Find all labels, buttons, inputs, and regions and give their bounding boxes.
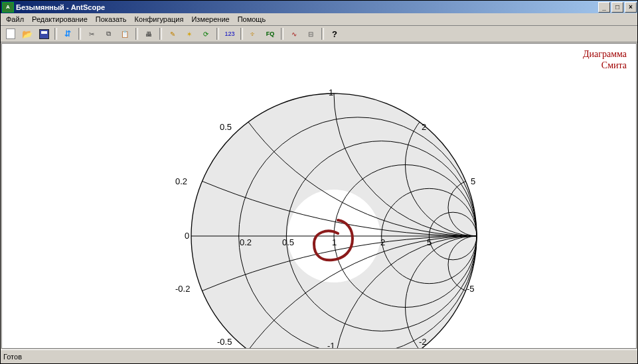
label-x02-bot: -0.2 (175, 284, 190, 294)
toolbar-separator (78, 28, 81, 40)
close-button[interactable]: × (625, 2, 637, 13)
save-button[interactable] (36, 27, 52, 42)
menu-config[interactable]: Конфигурация (131, 15, 188, 24)
wand-button[interactable]: ✎ (165, 27, 181, 42)
window-title: Безымянный - AntScope (16, 3, 597, 11)
t123-button[interactable]: 123 (222, 27, 238, 42)
smith-chart (2, 44, 636, 349)
menubar: Файл Редактирование Показать Конфигураци… (1, 13, 637, 26)
toolbar-separator (159, 28, 162, 40)
cut-button[interactable]: ✂ (84, 27, 100, 42)
new-icon (6, 29, 15, 39)
copy-button[interactable]: ⧉ (100, 27, 116, 42)
toolbar-separator (135, 28, 138, 40)
antenna-button[interactable]: ᯤ (246, 27, 262, 42)
label-r2: 2 (380, 237, 385, 247)
misc-icon: ⊟ (308, 30, 313, 38)
label-x5-top: 5 (471, 176, 475, 186)
label-r05: 0.5 (282, 237, 294, 247)
label-r5: 5 (427, 237, 432, 247)
fq-button[interactable]: FQ (262, 27, 278, 42)
menu-help[interactable]: Помощь (234, 15, 270, 24)
menu-file[interactable]: Файл (2, 15, 28, 24)
fq-icon: FQ (266, 30, 275, 37)
connect-button[interactable]: ⇵ (60, 27, 76, 42)
label-x1-top: 1 (329, 88, 333, 97)
open-button[interactable]: 📂 (19, 27, 35, 42)
label-x05-bot: -0.5 (217, 337, 232, 347)
open-icon: 📂 (22, 29, 33, 39)
toolbar-separator (240, 28, 243, 40)
print-icon: 🖶 (145, 30, 152, 38)
refresh-button[interactable]: ⟳ (198, 27, 214, 42)
label-r1: 1 (332, 237, 337, 247)
window-buttons: _ □ × (597, 2, 637, 13)
misc-button[interactable]: ⊟ (303, 27, 319, 42)
copy-icon: ⧉ (106, 30, 111, 38)
help-icon: ? (332, 29, 337, 39)
menu-edit[interactable]: Редактирование (28, 15, 92, 24)
label-x05-top: 0.5 (220, 122, 232, 132)
label-x1-bot: -1 (327, 341, 335, 349)
toolbar-separator (281, 28, 283, 40)
new-button[interactable] (3, 27, 19, 42)
wand-icon: ✎ (170, 30, 175, 38)
status-text: Готов (3, 353, 22, 361)
connect-icon: ⇵ (64, 29, 71, 38)
t123-icon: 123 (224, 30, 234, 37)
toolbar: 📂 ⇵ ✂ ⧉ 📋 🖶 ✎ ✶ ⟳ 123 ᯤ FQ ∿ ⊟ ? (1, 26, 637, 42)
label-x2-top: 2 (422, 122, 426, 132)
paste-button[interactable]: 📋 (117, 27, 133, 42)
label-r0: 0 (185, 231, 189, 241)
label-r02: 0.2 (240, 237, 252, 247)
help-button[interactable]: ? (327, 27, 343, 42)
cut-icon: ✂ (89, 30, 94, 38)
menu-show[interactable]: Показать (92, 15, 131, 24)
statusbar: Готов (1, 349, 637, 363)
titlebar: A Безымянный - AntScope _ □ × (1, 1, 637, 13)
label-x2-bot: -2 (419, 337, 427, 347)
app-icon: A (2, 2, 14, 13)
refresh-icon: ⟳ (203, 30, 208, 38)
chart-area[interactable]: Диаграмма Смита (1, 43, 637, 349)
star-icon: ✶ (187, 30, 192, 38)
toolbar-separator (321, 28, 324, 40)
minimize-button[interactable]: _ (598, 2, 610, 13)
wave-button[interactable]: ∿ (286, 27, 302, 42)
star-button[interactable]: ✶ (181, 27, 197, 42)
app-window: A Безымянный - AntScope _ □ × Файл Редак… (0, 0, 638, 364)
label-x5-bot: -5 (467, 284, 475, 294)
label-x02-top: 0.2 (175, 176, 187, 186)
toolbar-separator (54, 28, 57, 40)
wave-icon: ∿ (291, 30, 297, 38)
print-button[interactable]: 🖶 (141, 27, 157, 42)
menu-measure[interactable]: Измерение (187, 15, 233, 24)
paste-icon: 📋 (121, 30, 129, 38)
maximize-button[interactable]: □ (611, 2, 623, 13)
save-icon (39, 29, 49, 39)
toolbar-separator (216, 28, 219, 40)
antenna-icon: ᯤ (250, 30, 257, 38)
